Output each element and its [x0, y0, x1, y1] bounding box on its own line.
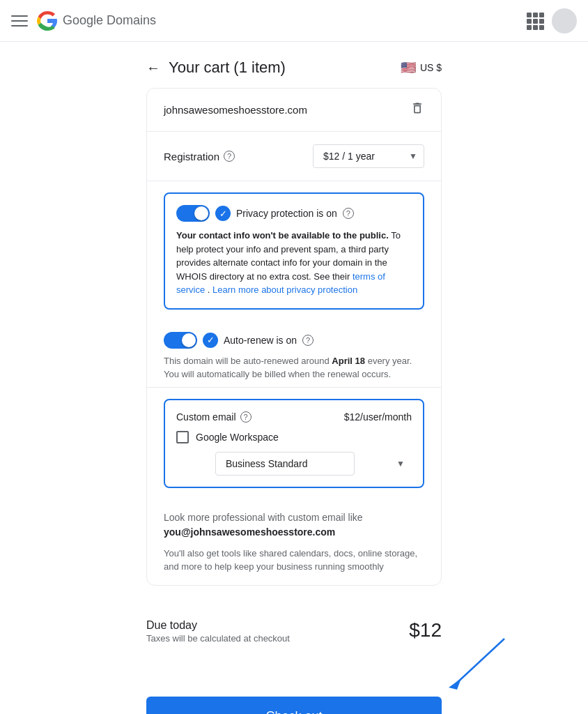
cart-card: johnsawesomeshoesstore.com Registration … — [146, 88, 442, 586]
registration-help-icon[interactable]: ? — [224, 151, 235, 162]
workspace-label: Google Workspace — [196, 432, 279, 443]
domain-row: johnsawesomeshoesstore.com — [147, 89, 441, 132]
currency-badge[interactable]: 🇺🇸 US $ — [401, 60, 442, 75]
autorenew-toggle[interactable] — [164, 332, 197, 349]
grid-icon[interactable] — [527, 13, 543, 29]
avatar[interactable] — [552, 8, 577, 33]
year-select[interactable]: $12 / 1 year $24 / 2 years $36 / 3 years — [313, 144, 424, 168]
due-left: Due today Taxes will be calculated at ch… — [146, 619, 290, 644]
privacy-body2: . — [208, 284, 212, 295]
logo: Google Domains — [36, 10, 156, 32]
promo-text2: You'll also get tools like shared calend… — [164, 547, 424, 574]
workspace-checkbox[interactable] — [176, 431, 189, 443]
privacy-header: ✓ Privacy protection is on ? — [176, 205, 412, 222]
promo-line1: Look more professional with custom email… — [164, 512, 363, 523]
registration-label: Registration ? — [164, 151, 235, 162]
autorenew-date: April 18 — [332, 356, 365, 366]
arrow-annotation — [435, 635, 518, 691]
privacy-toggle[interactable] — [176, 205, 210, 222]
page-title-left: ← Your cart (1 item) — [146, 59, 286, 77]
page-title: Your cart (1 item) — [169, 59, 286, 77]
due-sub: Taxes will be calculated at checkout — [146, 633, 290, 644]
autorenew-body-text: This domain will be auto-renewed around — [164, 356, 332, 366]
header-left: Google Domains — [11, 10, 156, 32]
promo-text1: Look more professional with custom email… — [164, 510, 424, 540]
privacy-title: Privacy protection is on — [236, 208, 337, 219]
domain-name: johnsawesomeshoesstore.com — [164, 104, 307, 116]
checkout-section: Check out — [0, 691, 588, 715]
promo-email: you@johnsawesomeshoesstore.com — [164, 526, 335, 538]
privacy-body: Your contact info won't be available to … — [176, 229, 412, 297]
custom-email-box: Custom email ? $12/user/month Google Wor… — [164, 399, 424, 488]
privacy-help-icon[interactable]: ? — [343, 208, 354, 219]
privacy-protection-box: ✓ Privacy protection is on ? Your contac… — [164, 192, 424, 310]
tier-select[interactable]: Business Starter Business Standard Busin… — [215, 452, 355, 476]
privacy-check-icon: ✓ — [215, 206, 231, 221]
promo-area: Look more professional with custom email… — [147, 499, 441, 585]
due-label: Due today — [146, 619, 290, 632]
hamburger-icon[interactable] — [11, 13, 28, 29]
autorenew-body: This domain will be auto-renewed around … — [164, 354, 424, 381]
workspace-row: Google Workspace — [176, 431, 412, 443]
autorenew-check-icon: ✓ — [203, 333, 218, 348]
flag-icon: 🇺🇸 — [401, 60, 416, 75]
registration-row: Registration ? $12 / 1 year $24 / 2 year… — [147, 132, 441, 181]
logo-text: Google Domains — [63, 13, 156, 28]
currency-label: US $ — [420, 62, 442, 73]
tier-select-arrow: ▼ — [396, 459, 405, 469]
checkout-button[interactable]: Check out — [146, 697, 442, 715]
page-title-area: ← Your cart (1 item) 🇺🇸 US $ — [0, 42, 588, 88]
main-content: johnsawesomeshoesstore.com Registration … — [0, 88, 588, 586]
delete-icon[interactable] — [410, 101, 424, 119]
autorenew-help-icon[interactable]: ? — [302, 335, 314, 346]
custom-email-header: Custom email ? $12/user/month — [176, 411, 412, 423]
back-button[interactable]: ← — [146, 60, 160, 76]
autorenew-row: ✓ Auto-renew is on ? This domain will be… — [147, 321, 441, 388]
custom-email-text: Custom email — [176, 411, 236, 423]
custom-email-price: $12/user/month — [344, 411, 412, 423]
year-select-wrapper: $12 / 1 year $24 / 2 years $36 / 3 years… — [313, 144, 424, 168]
privacy-body-bold: Your contact info won't be available to … — [176, 230, 389, 241]
svg-marker-1 — [449, 678, 461, 690]
tier-select-wrapper: Business Starter Business Standard Busin… — [196, 452, 412, 476]
svg-line-0 — [456, 639, 504, 684]
custom-email-help-icon[interactable]: ? — [240, 411, 252, 423]
google-logo-icon — [36, 10, 59, 32]
custom-email-label: Custom email ? — [176, 411, 252, 423]
privacy-learn-link[interactable]: Learn more about privacy protection — [212, 284, 357, 295]
autorenew-header: ✓ Auto-renew is on ? — [164, 332, 424, 349]
site-header: Google Domains — [0, 0, 588, 42]
autorenew-title: Auto-renew is on — [224, 335, 297, 346]
header-right — [527, 8, 577, 33]
registration-text: Registration — [164, 151, 219, 162]
